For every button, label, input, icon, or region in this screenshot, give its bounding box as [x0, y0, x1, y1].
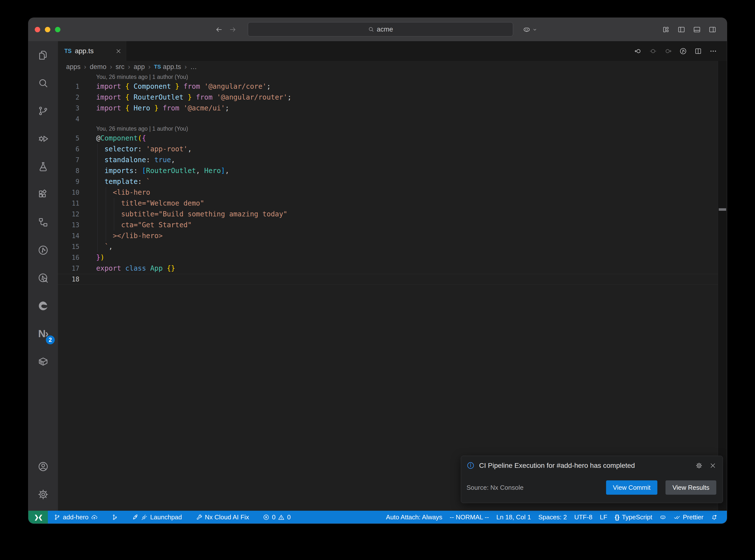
commit-graph-icon[interactable]	[679, 47, 687, 55]
activity-item-search[interactable]	[28, 69, 58, 97]
history-back-icon[interactable]	[215, 26, 223, 33]
navigate-back-icon[interactable]	[634, 47, 642, 55]
activity-item-source-control[interactable]	[28, 97, 58, 125]
git-blame-annotation[interactable]: You, 26 minutes ago | 1 author (You)	[58, 73, 727, 81]
status-item-notifications[interactable]	[711, 514, 717, 521]
copilot-icon	[660, 514, 666, 521]
breadcrumb-item[interactable]: TSapp.ts	[154, 63, 181, 71]
code-line-1[interactable]: 1import { Component } from '@angular/cor…	[58, 81, 727, 92]
breadcrumb-separator: ›	[84, 63, 86, 71]
status-text: Ln 18, Col 1	[496, 514, 531, 521]
zoom-window-button[interactable]	[55, 27, 60, 32]
error-icon	[263, 514, 270, 521]
view-commit-button[interactable]: View Commit	[606, 480, 658, 495]
breadcrumb-separator: ›	[128, 63, 130, 71]
line-number: 3	[58, 103, 96, 114]
code-line-2[interactable]: 2import { RouterOutlet } from '@angular/…	[58, 92, 727, 103]
line-number: 9	[58, 176, 96, 187]
view-results-button[interactable]: View Results	[665, 480, 716, 495]
navigate-forward-icon[interactable]	[664, 47, 672, 55]
activity-item-nx-console[interactable]: N›2	[28, 320, 58, 347]
activity-item-search-commits[interactable]	[28, 264, 58, 292]
code-line-17[interactable]: 17export class App {}	[58, 263, 727, 274]
activity-item-explorer[interactable]	[28, 41, 58, 69]
layout-controls	[662, 25, 717, 34]
line-number: 8	[58, 165, 96, 176]
line-number: 13	[58, 220, 96, 231]
breadcrumb-item[interactable]: src	[116, 63, 124, 71]
close-window-button[interactable]	[35, 27, 40, 32]
status-item-nx-cloud-ai-fix[interactable]: Nx Cloud AI Fix	[196, 514, 249, 521]
status-item-eol[interactable]: LF	[600, 514, 607, 521]
breadcrumb-item[interactable]: demo	[90, 63, 106, 71]
more-actions-icon[interactable]	[709, 47, 717, 55]
breadcrumb-item[interactable]: apps	[66, 63, 81, 71]
code-line-16[interactable]: 16})	[58, 252, 727, 263]
status-item-git-branch[interactable]: add-hero	[54, 514, 98, 521]
breadcrumb-item[interactable]: …	[190, 63, 197, 71]
status-item-auto-attach[interactable]: Auto Attach: Always	[386, 514, 442, 521]
breadcrumbs: apps›demo›src›app›TSapp.ts›…	[58, 61, 727, 73]
activity-item-hierarchy[interactable]	[28, 208, 58, 236]
copilot-menu[interactable]	[523, 26, 538, 34]
history-forward-icon[interactable]	[229, 26, 236, 33]
customize-layout-icon[interactable]	[662, 25, 670, 34]
activity-item-edge-tools[interactable]	[28, 292, 58, 320]
activity-item-run-and-debug[interactable]	[28, 125, 58, 153]
indent-guide	[97, 231, 98, 241]
status-item-indentation[interactable]: Spaces: 2	[538, 514, 567, 521]
activity-item-settings[interactable]	[28, 480, 58, 508]
split-editor-icon[interactable]	[694, 47, 702, 55]
code-line-11[interactable]: 11 title="Welcmoe demo"	[58, 198, 727, 209]
notification-settings-icon[interactable]	[696, 462, 702, 469]
activity-bar-top: N›2	[28, 41, 58, 375]
activity-item-extensions[interactable]	[28, 180, 58, 208]
status-item-problems[interactable]: 00	[263, 514, 291, 521]
toggle-primary-sidebar-icon[interactable]	[677, 25, 686, 34]
git-blame-annotation[interactable]: You, 26 minutes ago | 1 author (You)	[58, 124, 727, 133]
indent-guide	[106, 209, 106, 220]
code-line-9[interactable]: 9 template: `	[58, 176, 727, 187]
code-line-18[interactable]: 18	[58, 274, 727, 285]
tab-app-ts[interactable]: TS app.ts	[58, 41, 126, 61]
status-item-vim-mode[interactable]: -- NORMAL --	[450, 514, 489, 521]
status-item-copilot-status[interactable]	[660, 514, 666, 521]
notification-close-icon[interactable]	[709, 462, 716, 469]
code-line-5[interactable]: 5@Component({	[58, 133, 727, 144]
code-line-12[interactable]: 12 subtitle="Build something amazing tod…	[58, 209, 727, 220]
status-item-launchpad[interactable]: Launchpad	[132, 514, 182, 521]
status-item-cursor-position[interactable]: Ln 18, Col 1	[496, 514, 531, 521]
code-editor[interactable]: You, 26 minutes ago | 1 author (You)1imp…	[58, 73, 727, 511]
toggle-secondary-sidebar-icon[interactable]	[709, 25, 717, 34]
status-item-commit-graph[interactable]	[112, 514, 118, 521]
indent-guide	[97, 165, 98, 176]
toggle-panel-icon[interactable]	[693, 25, 701, 34]
indent-guide	[97, 144, 98, 155]
editor-scrollbar[interactable]	[718, 61, 727, 511]
code-line-13[interactable]: 13 cta="Get Started"	[58, 220, 727, 231]
minimize-window-button[interactable]	[45, 27, 50, 32]
code-line-14[interactable]: 14 ></lib-hero>	[58, 231, 727, 241]
activity-item-testing[interactable]	[28, 153, 58, 180]
current-position-icon[interactable]	[649, 47, 657, 55]
status-item-formatter[interactable]: Prettier	[674, 514, 703, 521]
breadcrumb-item[interactable]: app	[134, 63, 145, 71]
code-line-10[interactable]: 10 <lib-hero	[58, 187, 727, 198]
code-line-8[interactable]: 8 imports: [RouterOutlet, Hero],	[58, 165, 727, 176]
code-line-4[interactable]: 4	[58, 114, 727, 124]
status-text: -- NORMAL --	[450, 514, 489, 521]
activity-item-containers[interactable]	[28, 347, 58, 375]
activity-item-accounts[interactable]	[28, 453, 58, 480]
status-item-language-mode[interactable]: {}TypeScript	[615, 514, 652, 521]
code-line-7[interactable]: 7 standalone: true,	[58, 155, 727, 165]
status-bar: ❯❮add-heroLaunchpadNx Cloud AI Fix00 Aut…	[28, 511, 727, 523]
branch-search-icon	[38, 272, 49, 284]
code-line-15[interactable]: 15 `,	[58, 241, 727, 252]
status-item-encoding[interactable]: UTF-8	[574, 514, 593, 521]
close-tab-icon[interactable]	[115, 48, 122, 54]
status-item-remote-indicator[interactable]: ❯❮	[28, 511, 48, 523]
code-line-6[interactable]: 6 selector: 'app-root',	[58, 144, 727, 155]
activity-item-commit-graph[interactable]	[28, 236, 58, 264]
code-line-3[interactable]: 3import { Hero } from '@acme/ui';	[58, 103, 727, 114]
command-center-search[interactable]: acme	[248, 22, 513, 37]
